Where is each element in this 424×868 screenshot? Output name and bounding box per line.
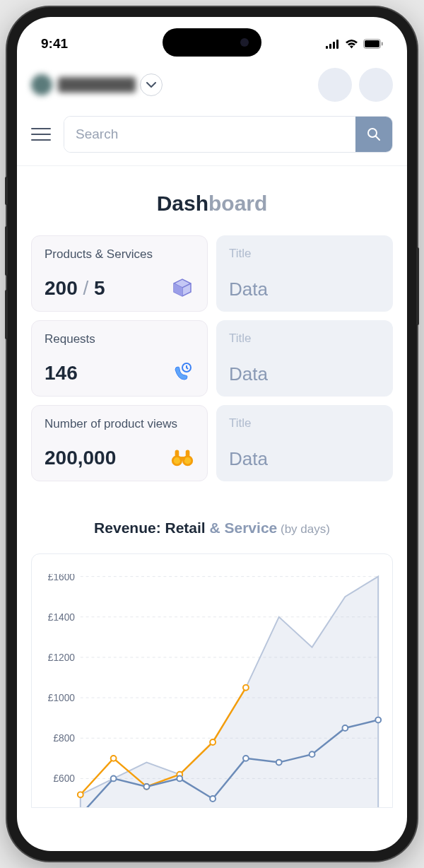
page-title: Dashboard: [17, 166, 407, 235]
search-row: [17, 109, 407, 166]
box-icon: [170, 276, 194, 300]
svg-rect-6: [382, 42, 383, 46]
card-value: 200,000: [45, 447, 116, 469]
stat-card-requests[interactable]: Requests 146: [31, 320, 208, 397]
logo-dropdown-button[interactable]: [140, 74, 163, 96]
binoculars-icon: [170, 445, 194, 469]
svg-point-44: [310, 751, 315, 757]
header: [17, 58, 407, 109]
card-value: 146: [45, 362, 78, 385]
svg-point-12: [174, 457, 180, 464]
svg-point-31: [78, 792, 83, 797]
card-value: 200 / 5: [45, 277, 105, 300]
stat-card-products[interactable]: Products & Services 200 / 5: [31, 235, 208, 312]
status-icons: [326, 39, 383, 49]
svg-point-38: [111, 776, 117, 782]
svg-point-40: [177, 776, 182, 782]
volume-up-button: [5, 226, 8, 276]
call-time-icon: [170, 360, 194, 385]
chart-svg: £1600£1400£1200£1000£800£600£400: [39, 574, 385, 808]
svg-point-35: [210, 739, 216, 745]
svg-point-36: [243, 685, 249, 691]
search-icon: [367, 127, 381, 141]
search-input[interactable]: [64, 117, 355, 152]
svg-text:£800: £800: [53, 733, 75, 744]
svg-line-8: [376, 136, 379, 140]
svg-rect-14: [175, 450, 179, 457]
stat-card-placeholder[interactable]: Title Data: [216, 320, 393, 397]
svg-rect-0: [326, 46, 328, 49]
svg-point-13: [184, 457, 191, 464]
stats-grid: Products & Services 200 / 5 Title Data R…: [17, 235, 407, 481]
svg-rect-16: [179, 457, 185, 460]
chart-title: Revenue: Retail & Service (by days): [17, 481, 407, 553]
battery-icon: [363, 39, 383, 49]
card-value: Data: [229, 363, 380, 385]
status-time: 9:41: [41, 36, 68, 52]
side-button: [5, 177, 8, 205]
power-button: [416, 247, 419, 325]
card-label: Title: [229, 416, 380, 430]
card-label: Title: [229, 332, 380, 346]
svg-rect-3: [336, 40, 338, 49]
header-circle-button-2[interactable]: [359, 68, 393, 102]
svg-text:£1400: £1400: [48, 612, 76, 623]
card-value: Data: [229, 278, 380, 300]
svg-rect-1: [329, 44, 331, 49]
svg-point-32: [111, 756, 117, 761]
screen: 9:41: [17, 17, 407, 851]
card-label: Products & Services: [45, 247, 194, 262]
svg-point-42: [243, 756, 249, 761]
svg-point-45: [342, 725, 348, 731]
card-label: Title: [229, 247, 380, 261]
dynamic-island: [163, 28, 261, 57]
wifi-icon: [345, 39, 358, 49]
search-button[interactable]: [355, 117, 392, 152]
stat-card-views[interactable]: Number of product views 200,000: [31, 405, 208, 481]
logo: [31, 74, 136, 95]
svg-text:£1200: £1200: [48, 652, 76, 663]
revenue-chart: £1600£1400£1200£1000£800£600£400: [31, 553, 393, 808]
svg-rect-2: [333, 42, 335, 49]
svg-point-7: [368, 129, 377, 137]
header-circle-button-1[interactable]: [318, 68, 352, 102]
stat-card-placeholder[interactable]: Title Data: [216, 405, 393, 481]
chevron-down-icon: [146, 82, 156, 88]
svg-point-46: [375, 717, 381, 723]
svg-text:£600: £600: [53, 773, 75, 784]
card-label: Number of product views: [45, 417, 194, 431]
card-value: Data: [229, 448, 380, 470]
svg-text:£1000: £1000: [48, 693, 76, 703]
card-label: Requests: [45, 332, 194, 346]
header-actions: [318, 68, 393, 102]
volume-down-button: [5, 290, 8, 339]
menu-button[interactable]: [31, 128, 51, 141]
svg-point-39: [144, 784, 150, 790]
stat-card-placeholder[interactable]: Title Data: [216, 235, 393, 312]
search-container: [64, 116, 393, 153]
cellular-icon: [326, 40, 340, 49]
phone-frame: 9:41: [7, 7, 417, 861]
svg-rect-15: [186, 450, 190, 457]
svg-point-41: [210, 796, 216, 802]
svg-point-43: [276, 760, 282, 766]
svg-text:£1600: £1600: [48, 574, 76, 582]
svg-rect-5: [365, 40, 379, 47]
